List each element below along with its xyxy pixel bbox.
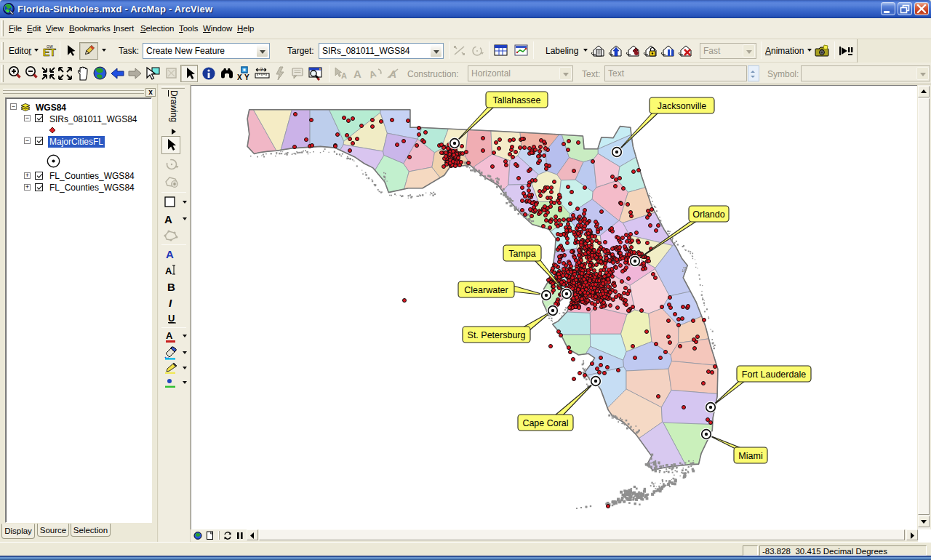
svg-text:A: A (368, 68, 378, 80)
svg-text:A: A (166, 248, 174, 260)
svg-text:Miami: Miami (738, 451, 762, 461)
svg-text:A: A (166, 330, 173, 341)
svg-text:Clearwater: Clearwater (464, 285, 508, 295)
svg-text:Tallahassee: Tallahassee (492, 95, 540, 105)
svg-text:A: A (165, 265, 172, 276)
svg-text:Orlando: Orlando (692, 209, 725, 220)
svg-text:Y: Y (244, 73, 249, 81)
svg-text:I: I (169, 297, 172, 309)
svg-text:B: B (167, 281, 175, 293)
svg-text:GW: GW (47, 44, 53, 49)
svg-text:A: A (353, 68, 361, 80)
svg-text:?: ? (260, 66, 263, 73)
svg-text:U: U (168, 313, 175, 324)
svg-text:A: A (164, 213, 172, 225)
svg-text:X: X (237, 73, 242, 81)
svg-text:A: A (341, 71, 347, 80)
svg-text:St. Petersburg: St. Petersburg (468, 330, 526, 340)
svg-text:Fort Lauderdale: Fort Lauderdale (742, 369, 806, 380)
svg-text:Tampa: Tampa (508, 249, 536, 259)
svg-text:Jacksonville: Jacksonville (658, 101, 706, 111)
svg-text:Cape Coral: Cape Coral (522, 418, 568, 428)
